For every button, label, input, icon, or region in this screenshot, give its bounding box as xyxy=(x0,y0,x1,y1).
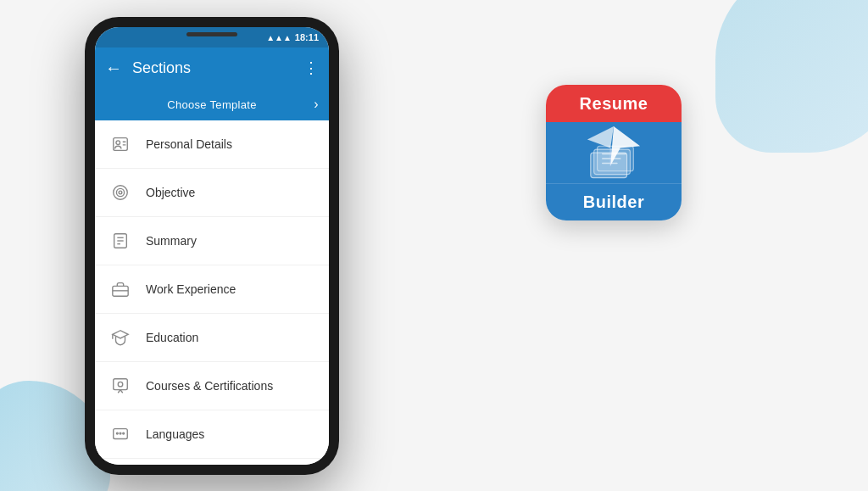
menu-item-skills[interactable]: Skills xyxy=(95,459,329,465)
phone-mockup: ▲▲▲ 18:11 ← Sections ⋮ Choose Template › xyxy=(85,17,339,475)
menu-item-summary[interactable]: Summary xyxy=(95,217,329,265)
menu-item-languages[interactable]: Languages xyxy=(95,410,329,459)
objective-label: Objective xyxy=(146,186,195,199)
sections-menu-list: Personal Details Objective xyxy=(95,120,329,465)
svg-point-4 xyxy=(114,186,128,200)
menu-item-education[interactable]: Education xyxy=(95,314,329,362)
paper-plane-icon xyxy=(580,123,648,182)
more-options-button[interactable]: ⋮ xyxy=(303,59,319,77)
svg-point-6 xyxy=(119,191,122,194)
choose-template-button[interactable]: Choose Template › xyxy=(95,88,329,120)
menu-item-objective[interactable]: Objective xyxy=(95,169,329,217)
summary-label: Summary xyxy=(146,234,197,248)
phone-speaker xyxy=(186,32,237,36)
summary-icon xyxy=(108,229,132,253)
svg-point-17 xyxy=(116,432,118,434)
back-button[interactable]: ← xyxy=(105,59,122,78)
decorative-blob-top-right xyxy=(715,0,868,153)
app-icon-middle-section xyxy=(546,122,682,183)
svg-point-18 xyxy=(120,432,121,434)
work-experience-icon xyxy=(108,277,132,301)
choose-template-arrow: › xyxy=(314,97,319,112)
menu-item-courses-certifications[interactable]: Courses & Certifications xyxy=(95,362,329,410)
phone-screen: ▲▲▲ 18:11 ← Sections ⋮ Choose Template › xyxy=(95,27,329,465)
svg-point-1 xyxy=(116,141,120,145)
svg-point-14 xyxy=(118,382,123,387)
languages-icon xyxy=(108,422,132,446)
status-time: 18:11 xyxy=(295,32,319,42)
app-icon-top-section: Resume xyxy=(546,85,682,122)
education-icon xyxy=(108,326,132,349)
status-bar: ▲▲▲ 18:11 xyxy=(95,27,329,47)
courses-certifications-label: Courses & Certifications xyxy=(146,379,273,393)
menu-item-personal-details[interactable]: Personal Details xyxy=(95,120,329,169)
svg-marker-28 xyxy=(587,126,614,148)
app-icon-bottom-label: Builder xyxy=(583,192,644,212)
menu-item-work-experience[interactable]: Work Experience xyxy=(95,265,329,314)
resume-builder-app-icon: Resume Builder xyxy=(546,85,682,220)
work-experience-label: Work Experience xyxy=(146,282,236,296)
svg-rect-13 xyxy=(114,379,128,390)
app-icon-bottom-section: Builder xyxy=(546,183,682,220)
app-icon-wrapper: Resume Builder xyxy=(546,85,682,220)
app-bar-title: Sections xyxy=(132,59,293,77)
svg-point-5 xyxy=(116,188,124,196)
app-bar: ← Sections ⋮ xyxy=(95,47,329,88)
svg-point-19 xyxy=(123,432,125,434)
languages-label: Languages xyxy=(146,427,204,441)
objective-icon xyxy=(108,181,132,204)
courses-certifications-icon xyxy=(108,374,132,398)
education-label: Education xyxy=(146,331,198,344)
signal-icon: ▲▲▲ xyxy=(266,33,292,42)
personal-details-label: Personal Details xyxy=(146,137,232,151)
choose-template-label: Choose Template xyxy=(167,98,256,111)
app-icon-top-label: Resume xyxy=(580,94,648,114)
phone-body: ▲▲▲ 18:11 ← Sections ⋮ Choose Template › xyxy=(85,17,339,475)
personal-details-icon xyxy=(108,132,132,156)
